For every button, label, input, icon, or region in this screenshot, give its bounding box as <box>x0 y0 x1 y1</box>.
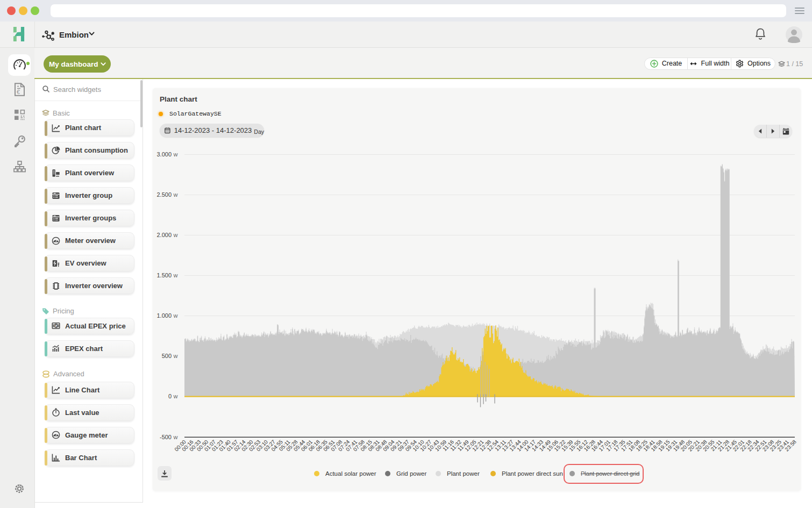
svg-text:W: W <box>174 313 178 319</box>
svg-text:W: W <box>174 394 178 399</box>
svg-text:W: W <box>174 273 178 278</box>
svg-text:1.500: 1.500 <box>156 272 172 278</box>
svg-text:1.000: 1.000 <box>156 312 172 319</box>
svg-text:3.000: 3.000 <box>156 151 172 158</box>
svg-text:2.500: 2.500 <box>156 191 172 198</box>
svg-text:500: 500 <box>162 353 172 359</box>
svg-text:-500: -500 <box>160 434 172 440</box>
svg-text:€: € <box>17 89 20 95</box>
svg-text:W: W <box>174 233 178 238</box>
svg-text:2.000: 2.000 <box>156 232 172 238</box>
svg-text:W: W <box>174 192 178 198</box>
svg-text:0: 0 <box>168 393 172 399</box>
svg-text:W: W <box>174 435 178 440</box>
svg-text:€: € <box>55 324 57 327</box>
svg-text:W: W <box>174 152 178 158</box>
svg-text:W: W <box>174 354 178 359</box>
